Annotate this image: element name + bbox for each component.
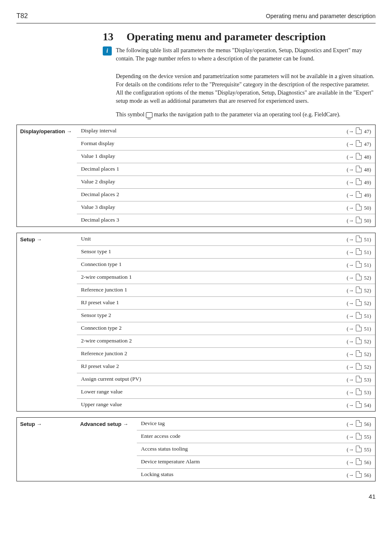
page-icon	[356, 166, 362, 172]
parameter-name: Upper range value	[81, 401, 122, 409]
parameter-name: Reference junction 1	[81, 287, 127, 294]
parameter-name: Lower range value	[81, 388, 122, 396]
parameter-name: Decimal places 3	[81, 217, 119, 224]
page-icon	[356, 236, 362, 242]
page-icon	[356, 363, 362, 370]
parameter-name: Assign current output (PV)	[81, 376, 141, 383]
info-icon: i	[103, 46, 112, 56]
page-icon	[356, 433, 362, 439]
page-icon	[356, 274, 362, 280]
parameter-row: Decimal places 2(→ 49)	[77, 189, 375, 201]
page-number: 41	[16, 493, 376, 500]
page-ref: (→ 50)	[347, 204, 371, 211]
page-icon	[356, 217, 362, 223]
parameter-row: 2-wire compensation 2(→ 52)	[77, 335, 375, 348]
page-icon	[356, 376, 362, 382]
parameter-row: Connection type 1(→ 51)	[77, 259, 375, 271]
page-ref: (→ 53)	[347, 376, 371, 383]
intro-p3: This symbol marks the navigation path to…	[103, 111, 376, 119]
parameter-row: Sensor type 1(→ 51)	[77, 246, 375, 259]
page-ref: (→ 51)	[347, 261, 371, 268]
parameter-name: Locking status	[141, 471, 173, 479]
page-icon	[356, 248, 362, 255]
parameter-name: 2-wire compensation 1	[81, 274, 132, 281]
parameter-row: Access status tooling(→ 55)	[137, 443, 375, 456]
page-ref: (→ 52)	[347, 274, 371, 281]
page-icon	[356, 420, 362, 427]
parameter-name: Device tag	[141, 420, 165, 428]
page-ref: (→ 51)	[347, 248, 371, 256]
page-icon	[356, 140, 362, 147]
page-ref: (→ 49)	[347, 178, 371, 186]
parameter-row: Reference junction 2(→ 52)	[77, 348, 375, 361]
page-icon	[356, 178, 362, 185]
page-ref: (→ 51)	[347, 325, 371, 332]
page-ref: (→ 52)	[347, 350, 371, 358]
page-icon	[356, 153, 362, 160]
page-ref: (→ 54)	[347, 401, 371, 409]
chapter-title: Operating menu and parameter description	[127, 31, 326, 43]
menu-subcategory: Advanced setup →	[77, 418, 137, 481]
parameter-name: Display interval	[81, 127, 117, 135]
parameter-row: Enter access code(→ 55)	[137, 430, 375, 443]
page-icon	[356, 287, 362, 293]
parameter-row: Connection type 2(→ 51)	[77, 322, 375, 335]
parameter-row: 2-wire compensation 1(→ 52)	[77, 271, 375, 284]
chapter-number: 13	[103, 31, 113, 43]
parameter-row: Format display(→ 47)	[77, 138, 375, 150]
header-section: Operating menu and parameter description	[266, 13, 376, 19]
parameter-row: Sensor type 2(→ 51)	[77, 310, 375, 322]
page-icon	[356, 191, 362, 198]
menu-table: Setup →Unit(→ 51)Sensor type 1(→ 51)Conn…	[16, 233, 376, 412]
menu-category: Setup →	[17, 233, 77, 411]
parameter-name: Device temperature Alarm	[141, 458, 200, 466]
parameter-name: Sensor type 2	[81, 312, 111, 319]
page-icon	[356, 338, 362, 344]
parameter-row: Value 3 display(→ 50)	[77, 201, 375, 214]
parameter-name: Enter access code	[141, 433, 180, 440]
parameter-row: Device tag(→ 56)	[137, 418, 375, 430]
chapter-heading: 13Operating menu and parameter descripti…	[103, 31, 376, 43]
parameter-row: Value 2 display(→ 49)	[77, 176, 375, 189]
parameter-name: Connection type 1	[81, 261, 122, 268]
page-ref: (→ 52)	[347, 363, 371, 370]
parameter-name: Access status tooling	[141, 446, 188, 453]
page-icon	[356, 299, 362, 306]
parameter-name: Connection type 2	[81, 325, 122, 332]
page-ref: (→ 47)	[347, 140, 371, 148]
parameter-row: Value 1 display(→ 48)	[77, 150, 375, 163]
page-ref: (→ 51)	[347, 312, 371, 319]
page-ref: (→ 55)	[347, 446, 371, 453]
page-icon	[356, 401, 362, 408]
page-ref: (→ 51)	[347, 236, 371, 243]
page-ref: (→ 48)	[347, 166, 371, 173]
parameter-row: Locking status(→ 56)	[137, 469, 375, 481]
parameter-name: Format display	[81, 140, 114, 148]
parameter-row: Reference junction 1(→ 52)	[77, 284, 375, 297]
page-ref: (→ 55)	[347, 433, 371, 440]
intro-p2: Depending on the device version and para…	[103, 72, 376, 106]
page-icon	[356, 350, 362, 357]
page-icon	[356, 325, 362, 331]
page-icon	[356, 261, 362, 268]
page-ref: (→ 49)	[347, 191, 371, 199]
parameter-row: RJ preset value 2(→ 52)	[77, 361, 375, 373]
page-ref: (→ 52)	[347, 287, 371, 294]
page-ref: (→ 50)	[347, 217, 371, 224]
page-ref: (→ 52)	[347, 338, 371, 345]
parameter-name: RJ preset value 1	[81, 299, 119, 307]
parameter-row: Lower range value(→ 53)	[77, 386, 375, 399]
parameter-name: Unit	[81, 236, 91, 243]
parameter-name: Value 1 display	[81, 153, 115, 160]
parameter-name: Value 3 display	[81, 204, 115, 211]
parameter-row: Upper range value(→ 54)	[77, 399, 375, 411]
menu-table: Setup →Advanced setup →Device tag(→ 56)E…	[16, 417, 376, 481]
parameter-row: RJ preset value 1(→ 52)	[77, 297, 375, 310]
page-ref: (→ 52)	[347, 299, 371, 307]
parameter-name: Sensor type 1	[81, 248, 111, 256]
parameter-row: Decimal places 3(→ 50)	[77, 214, 375, 227]
page-ref: (→ 56)	[347, 420, 371, 428]
parameter-name: Decimal places 1	[81, 166, 119, 173]
page-icon	[356, 127, 362, 134]
parameter-name: Reference junction 2	[81, 350, 127, 358]
